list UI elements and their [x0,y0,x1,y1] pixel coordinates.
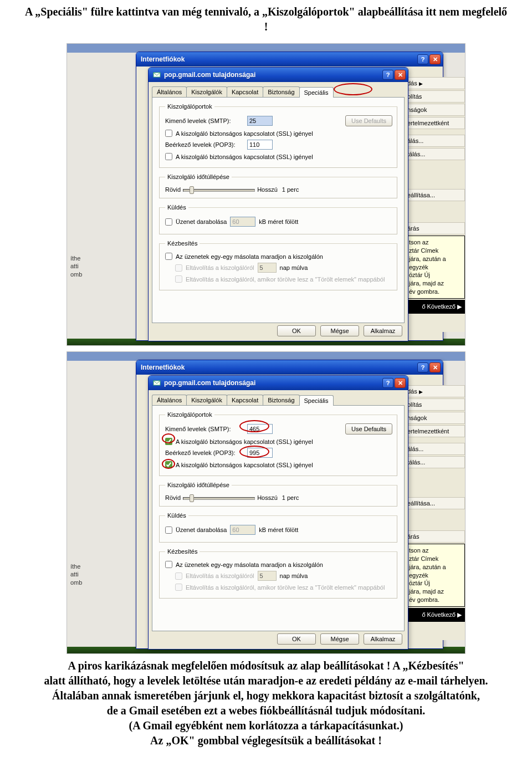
tab-security[interactable]: Biztonság [263,86,299,97]
remove-deleted-label: Eltávolítás a kiszolgálóról, amikor törö… [186,584,385,591]
group-sending: Küldés Üzenet darabolása kB méret fölött [159,204,397,234]
ssl-incoming-checkbox[interactable] [165,153,172,160]
tab-panel-advanced: Kiszolgálóportok Kimenő levelek (SMTP): … [152,405,405,631]
smtp-port-input[interactable] [247,116,273,126]
menu-fragment[interactable]: olítás [405,90,465,103]
group-legend: Kiszolgálóportok [165,103,214,110]
split-messages-label: Üzenet darabolása [176,526,227,533]
titlebar-inner[interactable]: pop.gmail.com tulajdonságai ? ✕ [149,376,408,390]
titlebar-outer[interactable]: Internetfiókok ? ✕ [136,52,443,67]
group-legend: Kiszolgáló időtúllépése [165,173,232,180]
screenshot-after: íthe atti omb Internetfiókok ? ✕ dás ▶ o… [66,351,466,654]
leave-copy-label: Az üzenetek egy-egy másolata maradjon a … [176,561,323,568]
ssl-incoming-label: A kiszolgáló biztonságos kapcsolatot (SS… [176,462,313,468]
menu-fragment[interactable]: dás ▶ [405,385,465,397]
group-legend: Küldés [165,512,188,519]
screenshot-before: íthe atti omb Internetfiókok ? ✕ dás ▶ o… [66,43,466,346]
split-messages-label: Üzenet darabolása [176,218,227,225]
help-button[interactable]: ? [382,70,393,80]
timeout-slider[interactable] [183,494,255,502]
menu-fragment[interactable]: árás [405,530,465,543]
remove-after-days-input [258,263,277,273]
use-defaults-button[interactable]: Use Defaults [345,423,392,434]
menu-fragment[interactable]: árás [405,222,465,234]
dialog-title: pop.gmail.com tulajdonságai [164,71,381,79]
split-size-input[interactable] [230,525,255,535]
menu-fragment[interactable]: eállítása... [405,497,465,509]
remove-deleted-checkbox [175,584,182,591]
menu-fragment[interactable]: tálás... [405,456,465,468]
ssl-outgoing-checkbox[interactable] [165,438,172,445]
close-button[interactable]: ✕ [429,54,441,64]
smtp-port-input[interactable] [247,424,273,434]
remove-after-checkbox [175,264,182,272]
group-legend: Kiszolgálóportok [165,411,214,418]
ssl-outgoing-checkbox[interactable] [165,130,172,137]
close-button[interactable]: ✕ [395,70,406,80]
menu-fragment[interactable]: álás... [405,443,465,455]
pop3-port-input[interactable] [247,448,273,458]
timeout-slider[interactable] [183,186,255,193]
apply-button[interactable]: Alkalmaz [364,633,402,645]
close-button[interactable]: ✕ [429,362,441,372]
cancel-button[interactable]: Mégse [320,325,359,336]
menu-fragment[interactable]: ertelmezettként [405,117,465,129]
nav-next[interactable]: ő Következő ▶ [405,608,465,622]
close-button[interactable]: ✕ [395,378,406,388]
left-fragment: íthe atti omb [70,563,82,586]
tooltip-fragment: tson az ztár Címek jára, azután a egyzék… [405,544,465,607]
remove-after-days-input [258,571,277,581]
ssl-incoming-checkbox[interactable] [165,461,172,468]
leave-copy-checkbox[interactable] [165,561,172,568]
pop3-port-input[interactable] [247,140,273,150]
split-messages-checkbox[interactable] [165,526,172,534]
menu-fragment[interactable]: ertelmezettként [405,425,465,437]
tab-servers[interactable]: Kiszolgálók [186,86,227,97]
window-title: Internetfiókok [141,55,416,63]
menu-fragment[interactable]: dás ▶ [405,77,465,89]
menu-fragment[interactable]: nságok [405,104,465,116]
menu-fragment[interactable]: tálás... [405,148,465,160]
menu-fragment[interactable]: nságok [405,412,465,424]
mail-icon [153,71,161,79]
tab-security[interactable]: Biztonság [263,395,299,405]
tab-connection[interactable]: Kapcsolat [227,395,263,405]
group-timeout: Kiszolgáló időtúllépése Rövid Hosszú 1 p… [159,173,397,198]
tab-general[interactable]: Általános [152,395,187,405]
group-timeout: Kiszolgáló időtúllépése Rövid Hosszú 1 p… [159,482,397,507]
apply-button[interactable]: Alkalmaz [364,325,402,336]
tab-advanced[interactable]: Speciális [299,395,334,406]
menu-fragment[interactable]: olítás [405,398,465,411]
tab-servers[interactable]: Kiszolgálók [186,395,227,405]
group-legend: Kézbesítés [165,240,200,247]
nav-next[interactable]: ő Következő ▶ [405,300,465,314]
help-button[interactable]: ? [382,378,393,388]
left-fragment: íthe atti omb [70,254,82,278]
help-button[interactable]: ? [417,362,428,372]
help-button[interactable]: ? [417,54,428,64]
ok-button[interactable]: OK [277,633,316,645]
use-defaults-button[interactable]: Use Defaults [345,115,392,126]
titlebar-inner[interactable]: pop.gmail.com tulajdonságai ? ✕ [149,68,408,82]
group-legend: Kiszolgáló időtúllépése [165,482,232,488]
label-days-after: nap múlva [280,264,308,271]
leave-copy-checkbox[interactable] [165,253,172,260]
window-properties: pop.gmail.com tulajdonságai ? ✕ Általáno… [148,67,408,341]
ssl-incoming-label: A kiszolgáló biztonságos kapcsolatot (SS… [176,154,313,160]
titlebar-outer[interactable]: Internetfiókok ? ✕ [136,360,443,375]
cancel-button[interactable]: Mégse [320,633,359,645]
split-size-input[interactable] [230,217,255,227]
tab-row: Általános Kiszolgálók Kapcsolat Biztonsá… [149,390,408,405]
leave-copy-label: Az üzenetek egy-egy másolata maradjon a … [176,253,323,260]
tab-connection[interactable]: Kapcsolat [227,86,263,97]
tab-panel-advanced: Kiszolgálóportok Kimenő levelek (SMTP): … [152,97,405,323]
menu-fragment[interactable]: eállítása... [405,189,465,201]
tab-general[interactable]: Általános [152,86,187,97]
split-messages-checkbox[interactable] [165,218,172,226]
ssl-outgoing-label: A kiszolgáló biztonságos kapcsolatot (SS… [176,438,313,445]
menu-fragment[interactable]: álás... [405,135,465,147]
tab-advanced[interactable]: Speciális [299,87,334,98]
label-long: Hosszú [257,186,278,193]
ok-button[interactable]: OK [277,325,316,336]
group-legend: Kézbesítés [165,548,200,555]
